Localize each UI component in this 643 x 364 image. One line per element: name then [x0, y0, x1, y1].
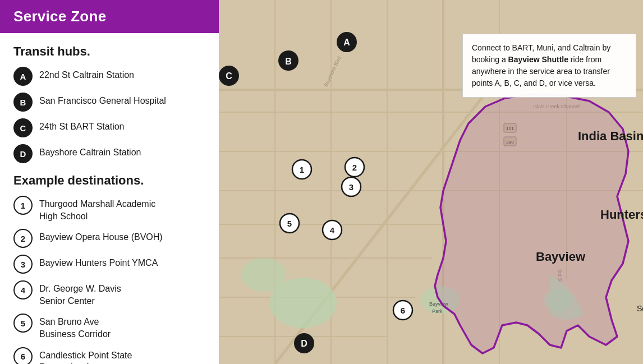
svg-text:6: 6 — [401, 306, 405, 315]
hub-label-d: Bayshore Caltrain Station — [39, 144, 141, 159]
left-panel: Service Zone Transit hubs. A 22nd St Cal… — [0, 0, 219, 364]
hub-label-b: San Francisco General Hospital — [39, 93, 166, 107]
hub-item-d: D Bayshore Caltrain Station — [13, 144, 205, 163]
tooltip-box: Connect to BART, Muni, and Caltrain by b… — [462, 34, 636, 98]
service-zone-header: Service Zone — [0, 0, 219, 33]
hub-item-a: A 22nd St Caltrain Station — [13, 67, 205, 86]
bayview-label: Bayview — [536, 250, 586, 264]
hub-badge-c: C — [13, 118, 33, 137]
dest-badge-2: 2 — [13, 229, 33, 248]
dest-label-1: Thurgood Marshall AcademicHigh School — [39, 196, 155, 222]
dest-badge-4: 4 — [13, 280, 33, 300]
india-basin-label: India Basin — [578, 129, 643, 143]
hub-list: A 22nd St Caltrain Station B San Francis… — [13, 67, 205, 163]
tooltip-text-bold: Bayview Shuttle — [508, 55, 568, 64]
dest-label-6: Candlestick Point StateRecreation Area — [39, 347, 132, 364]
dest-badge-3: 3 — [13, 255, 33, 274]
hub-badge-d: D — [13, 144, 33, 163]
dest-label-3: Bayview Hunters Point YMCA — [39, 255, 158, 269]
south-basin-label: South Basin — [637, 304, 643, 313]
dest-list: 1 Thurgood Marshall AcademicHigh School … — [13, 196, 205, 364]
svg-text:A: A — [343, 38, 350, 47]
svg-text:4: 4 — [330, 225, 335, 235]
dest-item-3: 3 Bayview Hunters Point YMCA — [13, 255, 205, 274]
destinations-section: Example destinations. 1 Thurgood Marshal… — [13, 173, 205, 364]
svg-text:B: B — [285, 57, 292, 66]
dest-item-1: 1 Thurgood Marshall AcademicHigh School — [13, 196, 205, 222]
map-panel: Bayshore Blvd Islais Creek Channel Cesar… — [219, 0, 643, 364]
svg-text:3: 3 — [349, 182, 353, 192]
dest-label-2: Bayview Opera House (BVOH) — [39, 229, 163, 243]
dest-label-5: San Bruno AveBusiness Corridor — [39, 314, 111, 340]
dest-item-6: 6 Candlestick Point StateRecreation Area — [13, 347, 205, 364]
svg-text:Park: Park — [432, 308, 443, 314]
dest-badge-6: 6 — [13, 347, 33, 364]
transit-hubs-section: Transit hubs. A 22nd St Caltrain Station… — [13, 44, 205, 163]
svg-text:D: D — [301, 339, 307, 348]
transit-hubs-title: Transit hubs. — [13, 44, 205, 59]
dest-item-4: 4 Dr. George W. DavisSenior Center — [13, 280, 205, 307]
hub-label-a: 22nd St Caltrain Station — [39, 67, 134, 81]
dest-item-5: 5 San Bruno AveBusiness Corridor — [13, 314, 205, 340]
left-content: Transit hubs. A 22nd St Caltrain Station… — [0, 33, 219, 364]
svg-text:5: 5 — [287, 219, 292, 228]
hub-item-b: B San Francisco General Hospital — [13, 93, 205, 112]
svg-text:C: C — [226, 71, 232, 81]
hub-label-c: 24th St BART Station — [39, 118, 125, 133]
dest-label-4: Dr. George W. DavisSenior Center — [39, 280, 121, 307]
dest-item-2: 2 Bayview Opera House (BVOH) — [13, 229, 205, 248]
svg-text:2: 2 — [352, 163, 357, 172]
svg-text:1: 1 — [300, 165, 304, 174]
dest-badge-1: 1 — [13, 196, 33, 215]
service-zone-title: Service Zone — [13, 8, 106, 25]
svg-point-25 — [241, 258, 286, 292]
hub-item-c: C 24th St BART Station — [13, 118, 205, 137]
dest-badge-5: 5 — [13, 314, 33, 333]
hub-badge-a: A — [13, 67, 33, 86]
hunters-point-label: Hunters Point — [600, 208, 643, 222]
destinations-title: Example destinations. — [13, 173, 205, 188]
hub-badge-b: B — [13, 93, 33, 112]
